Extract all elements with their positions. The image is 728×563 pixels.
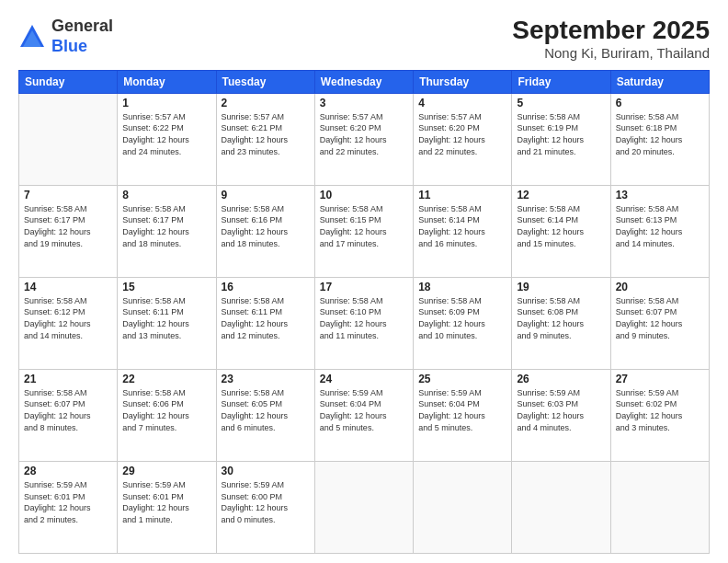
day-info: Sunrise: 5:59 AM Sunset: 6:04 PM Dayligh… [320, 387, 408, 433]
day-number: 25 [418, 373, 506, 385]
day-info: Sunrise: 5:57 AM Sunset: 6:22 PM Dayligh… [122, 111, 210, 157]
day-header-saturday: Saturday [610, 70, 709, 93]
calendar-cell: 19Sunrise: 5:58 AM Sunset: 6:08 PM Dayli… [512, 277, 610, 369]
calendar-cell [610, 461, 709, 553]
calendar-cell: 1Sunrise: 5:57 AM Sunset: 6:22 PM Daylig… [118, 93, 216, 185]
calendar-cell: 21Sunrise: 5:58 AM Sunset: 6:07 PM Dayli… [19, 369, 118, 461]
calendar-cell: 12Sunrise: 5:58 AM Sunset: 6:14 PM Dayli… [512, 185, 610, 277]
calendar-cell: 25Sunrise: 5:59 AM Sunset: 6:04 PM Dayli… [414, 369, 512, 461]
day-number: 4 [418, 97, 506, 109]
calendar-cell: 30Sunrise: 5:59 AM Sunset: 6:00 PM Dayli… [216, 461, 314, 553]
day-number: 2 [222, 97, 310, 109]
day-number: 16 [222, 281, 310, 293]
day-header-sunday: Sunday [19, 70, 118, 93]
calendar-cell: 29Sunrise: 5:59 AM Sunset: 6:01 PM Dayli… [118, 461, 216, 553]
calendar-cell: 5Sunrise: 5:58 AM Sunset: 6:19 PM Daylig… [512, 93, 610, 185]
title-block: September 2025 Nong Ki, Buriram, Thailan… [512, 17, 710, 61]
day-number: 17 [320, 281, 408, 293]
calendar-cell: 9Sunrise: 5:58 AM Sunset: 6:16 PM Daylig… [216, 185, 314, 277]
calendar-cell: 7Sunrise: 5:58 AM Sunset: 6:17 PM Daylig… [19, 185, 118, 277]
calendar-cell: 3Sunrise: 5:57 AM Sunset: 6:20 PM Daylig… [314, 93, 413, 185]
day-number: 18 [418, 281, 506, 293]
day-info: Sunrise: 5:58 AM Sunset: 6:10 PM Dayligh… [320, 295, 408, 341]
day-header-thursday: Thursday [414, 70, 512, 93]
day-info: Sunrise: 5:59 AM Sunset: 6:01 PM Dayligh… [122, 479, 210, 525]
day-info: Sunrise: 5:59 AM Sunset: 6:03 PM Dayligh… [517, 387, 605, 433]
day-info: Sunrise: 5:58 AM Sunset: 6:05 PM Dayligh… [222, 387, 310, 433]
day-number: 12 [517, 189, 605, 201]
day-number: 28 [24, 465, 112, 477]
calendar-cell: 10Sunrise: 5:58 AM Sunset: 6:15 PM Dayli… [314, 185, 413, 277]
day-number: 10 [320, 189, 408, 201]
day-info: Sunrise: 5:57 AM Sunset: 6:20 PM Dayligh… [418, 111, 506, 157]
day-number: 20 [616, 281, 704, 293]
calendar-cell: 2Sunrise: 5:57 AM Sunset: 6:21 PM Daylig… [216, 93, 314, 185]
calendar-week-2: 7Sunrise: 5:58 AM Sunset: 6:17 PM Daylig… [19, 185, 710, 277]
day-number: 26 [517, 373, 605, 385]
calendar-cell: 8Sunrise: 5:58 AM Sunset: 6:17 PM Daylig… [118, 185, 216, 277]
calendar-week-4: 21Sunrise: 5:58 AM Sunset: 6:07 PM Dayli… [19, 369, 710, 461]
day-info: Sunrise: 5:58 AM Sunset: 6:18 PM Dayligh… [616, 111, 704, 157]
day-info: Sunrise: 5:58 AM Sunset: 6:06 PM Dayligh… [122, 387, 210, 433]
day-info: Sunrise: 5:58 AM Sunset: 6:09 PM Dayligh… [418, 295, 506, 341]
day-header-wednesday: Wednesday [314, 70, 413, 93]
day-number: 23 [222, 373, 310, 385]
calendar-week-1: 1Sunrise: 5:57 AM Sunset: 6:22 PM Daylig… [19, 93, 710, 185]
calendar-week-3: 14Sunrise: 5:58 AM Sunset: 6:12 PM Dayli… [19, 277, 710, 369]
day-info: Sunrise: 5:59 AM Sunset: 6:00 PM Dayligh… [222, 479, 310, 525]
calendar-cell: 23Sunrise: 5:58 AM Sunset: 6:05 PM Dayli… [216, 369, 314, 461]
calendar-cell [19, 93, 118, 185]
calendar-cell: 24Sunrise: 5:59 AM Sunset: 6:04 PM Dayli… [314, 369, 413, 461]
day-info: Sunrise: 5:59 AM Sunset: 6:02 PM Dayligh… [616, 387, 704, 433]
logo-general: General [51, 17, 113, 35]
day-info: Sunrise: 5:59 AM Sunset: 6:04 PM Dayligh… [418, 387, 506, 433]
day-number: 21 [24, 373, 112, 385]
calendar-cell: 13Sunrise: 5:58 AM Sunset: 6:13 PM Dayli… [610, 185, 709, 277]
calendar-cell: 16Sunrise: 5:58 AM Sunset: 6:11 PM Dayli… [216, 277, 314, 369]
calendar-cell: 11Sunrise: 5:58 AM Sunset: 6:14 PM Dayli… [414, 185, 512, 277]
calendar-cell: 6Sunrise: 5:58 AM Sunset: 6:18 PM Daylig… [610, 93, 709, 185]
day-number: 13 [616, 189, 704, 201]
day-number: 24 [320, 373, 408, 385]
day-number: 8 [122, 189, 210, 201]
day-number: 22 [122, 373, 210, 385]
day-number: 5 [517, 97, 605, 109]
day-info: Sunrise: 5:58 AM Sunset: 6:15 PM Dayligh… [320, 203, 408, 249]
day-info: Sunrise: 5:58 AM Sunset: 6:16 PM Dayligh… [222, 203, 310, 249]
calendar-cell: 27Sunrise: 5:59 AM Sunset: 6:02 PM Dayli… [610, 369, 709, 461]
logo-blue: Blue [51, 37, 87, 55]
day-number: 6 [616, 97, 704, 109]
logo-text: General Blue [51, 17, 113, 56]
calendar-cell: 18Sunrise: 5:58 AM Sunset: 6:09 PM Dayli… [414, 277, 512, 369]
calendar-table: SundayMondayTuesdayWednesdayThursdayFrid… [18, 70, 710, 554]
calendar-cell: 28Sunrise: 5:59 AM Sunset: 6:01 PM Dayli… [19, 461, 118, 553]
day-number: 30 [222, 465, 310, 477]
calendar-cell: 4Sunrise: 5:57 AM Sunset: 6:20 PM Daylig… [414, 93, 512, 185]
calendar-title: September 2025 [512, 17, 710, 45]
calendar-cell: 14Sunrise: 5:58 AM Sunset: 6:12 PM Dayli… [19, 277, 118, 369]
calendar-cell [414, 461, 512, 553]
day-info: Sunrise: 5:58 AM Sunset: 6:07 PM Dayligh… [616, 295, 704, 341]
calendar-subtitle: Nong Ki, Buriram, Thailand [512, 45, 710, 61]
logo-icon [18, 23, 46, 51]
calendar-cell [314, 461, 413, 553]
day-info: Sunrise: 5:58 AM Sunset: 6:11 PM Dayligh… [122, 295, 210, 341]
day-number: 14 [24, 281, 112, 293]
day-info: Sunrise: 5:58 AM Sunset: 6:07 PM Dayligh… [24, 387, 112, 433]
calendar-cell: 20Sunrise: 5:58 AM Sunset: 6:07 PM Dayli… [610, 277, 709, 369]
day-number: 27 [616, 373, 704, 385]
day-info: Sunrise: 5:58 AM Sunset: 6:19 PM Dayligh… [517, 111, 605, 157]
page: General Blue September 2025 Nong Ki, Bur… [0, 0, 728, 563]
day-info: Sunrise: 5:58 AM Sunset: 6:14 PM Dayligh… [517, 203, 605, 249]
day-header-monday: Monday [118, 70, 216, 93]
header: General Blue September 2025 Nong Ki, Bur… [18, 17, 710, 61]
day-info: Sunrise: 5:57 AM Sunset: 6:21 PM Dayligh… [222, 111, 310, 157]
day-number: 29 [122, 465, 210, 477]
logo: General Blue [18, 17, 113, 56]
day-info: Sunrise: 5:58 AM Sunset: 6:17 PM Dayligh… [24, 203, 112, 249]
day-header-tuesday: Tuesday [216, 70, 314, 93]
day-number: 15 [122, 281, 210, 293]
day-info: Sunrise: 5:58 AM Sunset: 6:11 PM Dayligh… [222, 295, 310, 341]
calendar-cell: 22Sunrise: 5:58 AM Sunset: 6:06 PM Dayli… [118, 369, 216, 461]
calendar-week-5: 28Sunrise: 5:59 AM Sunset: 6:01 PM Dayli… [19, 461, 710, 553]
